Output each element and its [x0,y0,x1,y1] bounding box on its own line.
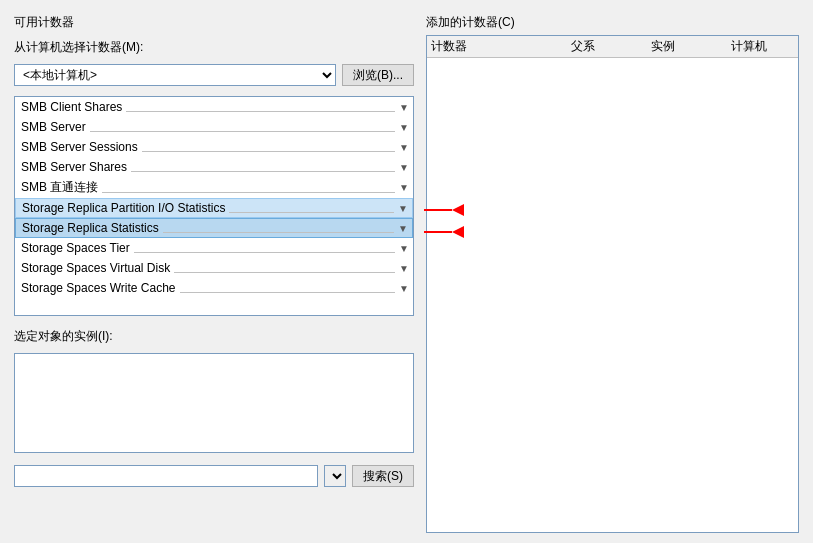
col-computer-header: 计算机 [731,38,794,55]
col-parent-header: 父系 [571,38,651,55]
added-counters-table: 计数器 父系 实例 计算机 [426,35,799,533]
dropdown-arrow-icon: ▼ [399,142,409,153]
dropdown-arrow-icon: ▼ [398,223,408,234]
search-input[interactable] [14,465,318,487]
table-body [427,58,798,532]
list-item-storage-replica-partition[interactable]: Storage Replica Partition I/O Statistics… [15,198,413,218]
dialog: 可用计数器 从计算机选择计数器(M): <本地计算机> 浏览(B)... SMB… [0,0,813,543]
search-button[interactable]: 搜索(S) [352,465,414,487]
list-item[interactable]: SMB 直通连接 ▼ [15,177,413,198]
dropdown-arrow-icon: ▼ [399,122,409,133]
list-item[interactable]: SMB Server ▼ [15,117,413,137]
main-content: 可用计数器 从计算机选择计数器(M): <本地计算机> 浏览(B)... SMB… [0,4,813,543]
dropdown-arrow-icon: ▼ [399,182,409,193]
dropdown-arrow-icon: ▼ [399,243,409,254]
separator [229,203,394,213]
computer-select[interactable]: <本地计算机> [14,64,336,86]
instances-label: 选定对象的实例(I): [14,328,414,345]
separator [163,223,394,233]
table-header: 计数器 父系 实例 计算机 [427,36,798,58]
separator [180,283,396,293]
select-computer-label: 从计算机选择计数器(M): [14,39,414,56]
separator [126,102,395,112]
list-item[interactable]: Storage Spaces Tier ▼ [15,238,413,258]
list-item-storage-replica-statistics[interactable]: Storage Replica Statistics ▼ [15,218,413,238]
instances-box [14,353,414,453]
separator [131,162,395,172]
dropdown-arrow-icon: ▼ [399,283,409,294]
separator [134,243,395,253]
separator [90,122,395,132]
dropdown-arrow-icon: ▼ [399,102,409,113]
list-item[interactable]: Storage Spaces Virtual Disk ▼ [15,258,413,278]
bottom-row: 搜索(S) [14,465,414,487]
col-instance-header: 实例 [651,38,731,55]
counter-list-wrapper: SMB Client Shares ▼ SMB Server ▼ [14,96,414,316]
left-panel: 可用计数器 从计算机选择计数器(M): <本地计算机> 浏览(B)... SMB… [14,14,414,533]
col-counter-header: 计数器 [431,38,571,55]
search-select[interactable] [324,465,346,487]
list-item[interactable]: SMB Client Shares ▼ [15,97,413,117]
browse-button[interactable]: 浏览(B)... [342,64,414,86]
separator [174,263,395,273]
right-panel: 添加的计数器(C) 计数器 父系 实例 计算机 [426,14,799,533]
separator [102,183,395,193]
list-item[interactable]: SMB Server Shares ▼ [15,157,413,177]
separator [142,142,395,152]
computer-select-row: <本地计算机> 浏览(B)... [14,64,414,86]
available-counters-label: 可用计数器 [14,14,414,31]
counter-list[interactable]: SMB Client Shares ▼ SMB Server ▼ [14,96,414,316]
right-panel-title: 添加的计数器(C) [426,14,799,31]
dropdown-arrow-icon: ▼ [399,263,409,274]
dropdown-arrow-icon: ▼ [398,203,408,214]
list-item[interactable]: SMB Server Sessions ▼ [15,137,413,157]
dropdown-arrow-icon: ▼ [399,162,409,173]
list-item[interactable]: Storage Spaces Write Cache ▼ [15,278,413,298]
